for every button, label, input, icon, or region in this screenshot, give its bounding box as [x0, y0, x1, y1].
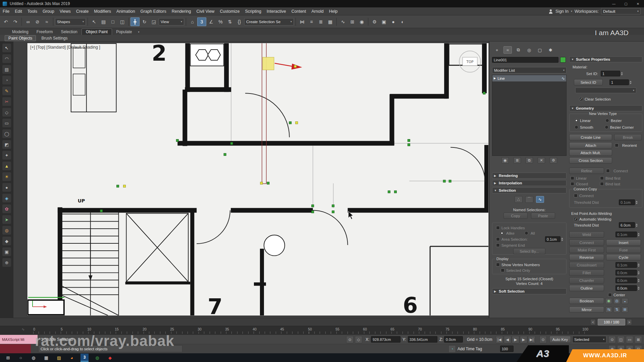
menu-arnold[interactable]: Arnold	[309, 7, 326, 15]
mirror-button[interactable]: ⋈	[298, 17, 307, 26]
select-object-button[interactable]: ↖	[90, 17, 99, 26]
connect-button[interactable]: Connect	[569, 239, 604, 246]
segment-subobject-icon[interactable]: ⌒	[525, 196, 533, 203]
maxscript-listener-line[interactable]	[0, 344, 31, 354]
tab-populate[interactable]: Populate	[112, 29, 136, 35]
left-toolbar-icon[interactable]: ➤	[2, 215, 11, 224]
weld-button[interactable]: Weld	[569, 231, 604, 238]
bind-spacewarp-button[interactable]: ≈	[42, 17, 51, 26]
play-button[interactable]: ▶	[512, 336, 519, 343]
track-bar[interactable]: < 100 / 100 >	[0, 318, 644, 326]
tab-selection[interactable]: Selection	[57, 29, 81, 35]
named-selection-set-dropdown[interactable]: Create Selection Se ▾	[244, 18, 294, 25]
go-to-end-button[interactable]: ▶|	[528, 336, 535, 343]
make-unique-icon[interactable]: ⧉	[526, 157, 533, 164]
left-toolbar-icon[interactable]: ◇	[2, 108, 11, 117]
menu-modifiers[interactable]: Modifiers	[91, 7, 114, 15]
viewport-layout-icon[interactable]: ⊠	[635, 336, 642, 343]
set-id-field[interactable]: 1	[601, 71, 620, 76]
previous-frame-button[interactable]: ◀	[504, 336, 511, 343]
task-view-icon[interactable]: ▦	[42, 354, 50, 362]
area-selection-checkbox[interactable]	[496, 237, 500, 241]
boolean-button[interactable]: Boolean	[569, 298, 604, 304]
stack-item-line[interactable]: ▶ Line ∿	[492, 75, 566, 81]
rollout-selection[interactable]: ▼ Selection	[492, 187, 567, 193]
select-move-button[interactable]: ╋	[130, 17, 140, 26]
make-first-button[interactable]: Make First	[569, 247, 604, 253]
left-toolbar-icon[interactable]: ✦	[2, 151, 11, 160]
crossinsert-button[interactable]: CrossInsert	[569, 262, 604, 268]
auto-weld-threshold-field[interactable]: 6.0cm	[619, 222, 635, 228]
connect-copy-checkbox[interactable]	[574, 194, 578, 197]
select-id-button[interactable]: Select ID	[574, 79, 603, 85]
spinner-icon[interactable]	[636, 224, 639, 227]
menu-animation[interactable]: Animation	[114, 7, 138, 15]
chamfer-button[interactable]: Chamfer	[569, 277, 604, 284]
attach-button[interactable]: Attach	[569, 142, 612, 148]
left-toolbar-icon[interactable]: ◈	[2, 194, 11, 202]
left-toolbar-icon[interactable]: ▣	[2, 247, 11, 256]
menu-edit[interactable]: Edit	[12, 7, 25, 15]
reference-coordsys-dropdown[interactable]: View ▾	[159, 18, 184, 25]
align-button[interactable]: ≡	[307, 17, 316, 26]
select-by-button[interactable]: Select By...	[513, 248, 545, 254]
search-icon[interactable]: ○	[17, 354, 25, 362]
hierarchy-tab-icon[interactable]: ⧉	[514, 46, 523, 54]
firefox-icon[interactable]: ◕	[68, 354, 76, 362]
3dsmax-taskbar-icon[interactable]: 3	[80, 354, 89, 362]
boolean-intersect-icon[interactable]: ◒	[622, 298, 628, 304]
sign-in-button[interactable]: Sign In	[555, 9, 569, 14]
menu-customize[interactable]: Customize	[217, 7, 242, 15]
app-icon-green[interactable]: ◍	[93, 354, 101, 362]
left-toolbar-icon[interactable]: ↖	[2, 44, 11, 52]
smooth-radio[interactable]	[575, 125, 578, 129]
angle-snap-button[interactable]: ∠	[207, 17, 216, 26]
show-end-result-icon[interactable]: ≣	[514, 157, 521, 164]
minimize-button[interactable]: —	[608, 0, 620, 7]
spinner-icon[interactable]	[636, 201, 639, 204]
mirror-spline-button[interactable]: Mirror	[569, 306, 604, 313]
curve-editor-button[interactable]: ∿	[338, 17, 347, 26]
bezier-radio[interactable]	[605, 119, 609, 122]
outline-field[interactable]: 0.0cm	[615, 285, 637, 291]
shapes-filter-dropdown[interactable]: Shapes ▾	[55, 18, 86, 25]
left-toolbar-icon[interactable]: ▲	[2, 162, 11, 170]
left-toolbar-icon[interactable]: ✂	[2, 97, 11, 106]
menu-group[interactable]: Group	[40, 7, 57, 15]
selection-lock-icon[interactable]: ⊙	[346, 336, 354, 343]
spinner-icon[interactable]	[638, 271, 641, 275]
all-radio[interactable]	[525, 231, 528, 235]
left-toolbar-icon[interactable]: ◆	[2, 237, 11, 245]
spinner-icon[interactable]	[638, 263, 641, 267]
next-frame-button[interactable]: ▶	[520, 336, 527, 343]
cycle-button[interactable]: Cycle	[606, 254, 641, 260]
offset-mode-icon[interactable]: ▭	[626, 336, 633, 343]
file-explorer-icon[interactable]: ▨	[55, 354, 63, 362]
y-coordinate-field[interactable]: 336.541cm	[408, 336, 437, 343]
create-tab-icon[interactable]: +	[493, 46, 501, 54]
mirror-vertical-icon[interactable]: ⇅	[613, 307, 620, 313]
spinner-snap-button[interactable]: ⇅	[225, 17, 234, 26]
ribbon-toggle-button[interactable]: ▦	[326, 17, 335, 26]
area-selection-field[interactable]: 0.1cm	[545, 236, 560, 242]
fillet-button[interactable]: Fillet	[569, 269, 604, 276]
rendered-frame-button[interactable]: ▣	[379, 17, 388, 26]
spinner-icon[interactable]	[630, 81, 633, 84]
time-slider-handle[interactable]: 100 / 100	[598, 319, 625, 325]
start-button[interactable]: ⊞	[4, 354, 12, 362]
segment-end-checkbox[interactable]	[496, 243, 500, 247]
isolate-selection-icon[interactable]: ◫	[617, 336, 625, 343]
fillet-field[interactable]: 0.0cm	[615, 270, 637, 276]
x-coordinate-field[interactable]: 928.873cm	[371, 336, 400, 343]
left-toolbar-icon[interactable]: ✿	[2, 204, 11, 213]
rollout-geometry[interactable]: ▼ Geometry	[569, 105, 642, 111]
menu-file[interactable]: File	[0, 7, 12, 15]
menu-help[interactable]: Help	[326, 7, 340, 15]
render-setup-button[interactable]: ⚙	[370, 17, 379, 26]
menu-views[interactable]: Views	[57, 7, 73, 15]
left-toolbar-icon[interactable]: ◯	[2, 129, 11, 138]
rollout-rendering[interactable]: ▶ Rendering	[492, 173, 567, 179]
tab-freeform[interactable]: Freeform	[33, 29, 57, 35]
select-id-field[interactable]: 1	[609, 79, 629, 85]
selection-region-button[interactable]: □	[108, 17, 117, 26]
